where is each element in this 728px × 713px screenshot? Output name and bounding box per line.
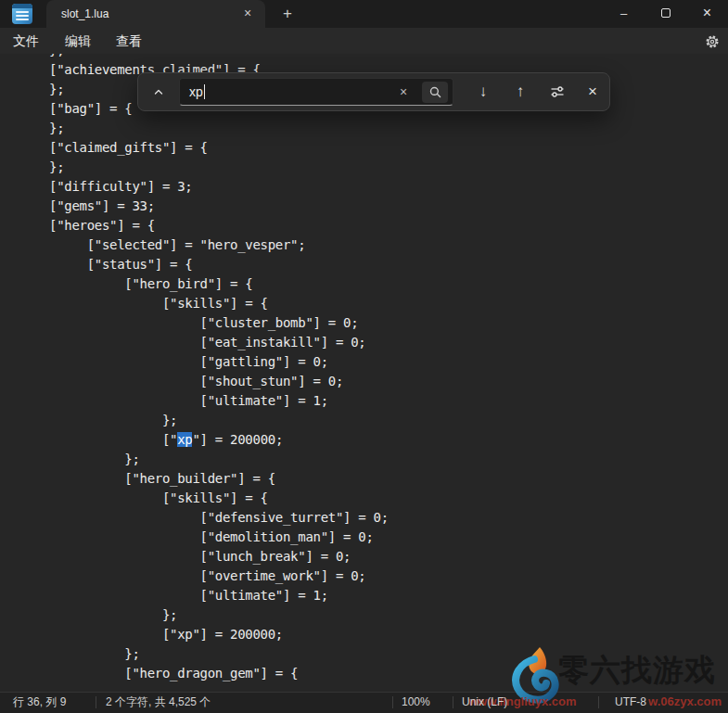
search-match-highlight: xp xyxy=(177,432,192,447)
clear-icon: × xyxy=(400,84,407,99)
close-find-icon: × xyxy=(588,83,597,101)
close-find-bar-button[interactable]: × xyxy=(578,79,607,105)
new-tab-button[interactable]: + xyxy=(276,4,299,24)
lua-code: }; ["achievements_claimed"] = { }; ["bag… xyxy=(49,54,389,683)
menu-view[interactable]: 查看 xyxy=(107,28,151,54)
character-count: 2 个字符, 共 4,525 个 xyxy=(106,692,211,713)
expand-replace-button[interactable] xyxy=(147,79,171,105)
notepad-app-icon xyxy=(12,4,32,24)
code-before-selection: }; ["achievements_claimed"] = { }; ["bag… xyxy=(49,54,365,447)
menu-file[interactable]: 文件 xyxy=(4,28,48,54)
statusbar-divider xyxy=(598,696,599,708)
titlebar: slot_1.lua × + – × xyxy=(0,0,728,28)
search-options-button[interactable] xyxy=(543,79,572,105)
menu-edit[interactable]: 编辑 xyxy=(56,28,100,54)
settings-button[interactable] xyxy=(701,32,723,51)
statusbar: 行 36, 列 9 2 个字符, 共 4,525 个 100% Unix (LF… xyxy=(0,692,728,713)
tab-close-icon[interactable]: × xyxy=(239,6,256,22)
menubar: 文件 编辑 查看 xyxy=(0,28,728,54)
search-query: xp xyxy=(189,84,203,99)
close-icon: × xyxy=(703,8,711,18)
text-caret xyxy=(204,84,205,99)
minimize-button[interactable]: – xyxy=(603,0,645,26)
window-controls: – × xyxy=(603,0,728,28)
statusbar-divider xyxy=(453,696,453,708)
find-bar: xp × ↓ ↑ × xyxy=(137,72,610,111)
search-icon xyxy=(428,85,442,99)
tab-title: slot_1.lua xyxy=(61,0,109,28)
arrow-up-icon: ↑ xyxy=(517,83,525,101)
text-editor[interactable]: }; ["achievements_claimed"] = { }; ["bag… xyxy=(0,54,728,692)
tab-slot1-lua[interactable]: slot_1.lua × xyxy=(46,0,265,28)
line-ending-type: Unix (LF) xyxy=(462,692,507,713)
statusbar-divider xyxy=(392,696,393,708)
close-button[interactable]: × xyxy=(686,0,728,26)
find-previous-button[interactable]: ↑ xyxy=(505,79,535,105)
minimize-icon: – xyxy=(620,6,627,20)
encoding: UTF-8 xyxy=(615,692,646,713)
cursor-position: 行 36, 列 9 xyxy=(13,692,66,713)
statusbar-divider xyxy=(96,696,96,708)
chevron-up-icon xyxy=(152,85,165,98)
clear-search-button[interactable]: × xyxy=(393,82,414,102)
search-input[interactable]: xp × xyxy=(179,78,453,106)
maximize-button[interactable] xyxy=(645,0,686,26)
search-submit-button[interactable] xyxy=(422,82,448,103)
sliders-icon xyxy=(549,83,566,100)
watermark-brand-text: 零六找游戏 xyxy=(558,650,716,692)
find-next-button[interactable]: ↓ xyxy=(468,79,498,105)
arrow-down-icon: ↓ xyxy=(479,83,488,101)
zoom-level[interactable]: 100% xyxy=(402,692,430,713)
code-after-selection: "] = 200000; }; ["hero_builder"] = { ["s… xyxy=(49,432,389,681)
maximize-icon xyxy=(661,8,671,18)
plus-icon: + xyxy=(283,5,292,22)
gear-icon xyxy=(705,34,720,49)
